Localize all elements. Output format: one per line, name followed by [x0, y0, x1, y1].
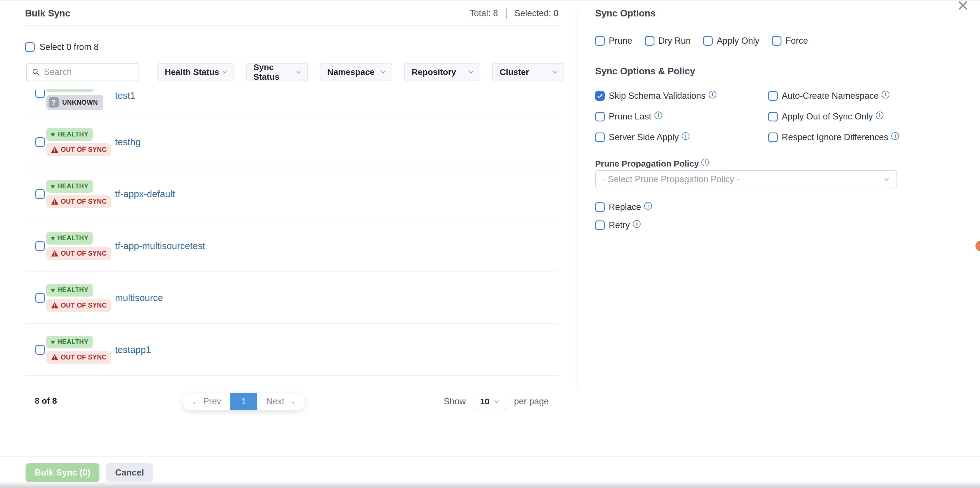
search-icon — [32, 68, 40, 77]
sync-options-row: Prune Dry Run Apply Only Force — [595, 36, 808, 46]
filter-repository[interactable]: Repository — [404, 63, 480, 81]
sync-policy-grid: Skip Schema Validations i Auto-Create Na… — [595, 91, 916, 143]
respect-ignore-differences-checkbox[interactable] — [768, 133, 778, 142]
option-prune-last: Prune Last i — [595, 111, 768, 122]
info-icon[interactable]: i — [633, 220, 641, 228]
left-arrow-icon: ← — [191, 396, 200, 407]
info-icon[interactable]: i — [709, 91, 716, 98]
info-icon[interactable]: i — [891, 132, 899, 140]
prune-checkbox[interactable] — [595, 36, 605, 46]
per-page-select[interactable]: 10 — [473, 393, 508, 410]
info-icon[interactable]: i — [882, 91, 889, 98]
retry-checkbox[interactable] — [595, 220, 605, 230]
prev-page-button[interactable]: ← Prev — [182, 393, 231, 410]
application-list: ? UNKNOWN test1 ♥ HEALTHY OUT OF SYNC te… — [25, 87, 558, 376]
info-icon[interactable]: i — [654, 111, 662, 119]
filter-sync-status[interactable]: Sync Status — [246, 63, 308, 81]
filter-namespace[interactable]: Namespace — [320, 63, 392, 81]
info-icon[interactable]: i — [644, 202, 652, 210]
chevron-down-icon — [296, 69, 302, 75]
select-all-row: Select 0 from 8 — [25, 42, 99, 52]
app-link[interactable]: test1 — [115, 90, 135, 101]
chat-widget-dot[interactable] — [975, 241, 980, 251]
heart-icon: ♥ — [51, 183, 55, 190]
apply-only-checkbox[interactable] — [703, 36, 713, 46]
row-checkbox[interactable] — [35, 241, 45, 251]
list-item: ♥ HEALTHY OUT OF SYNC testhg — [25, 116, 558, 168]
chevron-down-icon — [493, 398, 500, 405]
question-icon: ? — [49, 97, 59, 108]
warning-icon — [51, 146, 59, 153]
warning-icon — [51, 354, 59, 361]
chevron-down-icon — [883, 176, 890, 182]
heart-icon: ♥ — [51, 235, 55, 242]
app-link[interactable]: tf-appx-default — [115, 189, 175, 200]
right-arrow-icon: → — [287, 396, 296, 407]
prune-propagation-policy-label-row: Prune Propagation Policy i — [595, 159, 709, 168]
selected-count: Selected: 0 — [514, 8, 558, 19]
prune-propagation-policy-select[interactable]: - Select Prune Propagation Policy - — [595, 170, 897, 189]
app-link[interactable]: tf-app-multisourcetest — [115, 241, 205, 251]
modal-top-edge — [0, 0, 980, 0]
list-item: ♥ HEALTHY OUT OF SYNC tf-app-multisource… — [25, 220, 558, 272]
sync-status-badge: OUT OF SYNC — [46, 351, 111, 364]
chevron-down-icon — [380, 69, 386, 75]
warning-icon — [51, 302, 59, 309]
row-checkbox[interactable] — [35, 345, 45, 355]
list-item: ♥ HEALTHY OUT OF SYNC testapp1 — [25, 324, 558, 376]
current-page-button[interactable]: 1 — [231, 393, 257, 410]
list-item: ♥ HEALTHY OUT OF SYNC tf-appx-default — [25, 168, 558, 220]
row-checkbox[interactable] — [35, 293, 45, 303]
show-label: Show — [444, 396, 466, 407]
warning-icon — [51, 250, 59, 257]
bulk-sync-button[interactable]: Bulk Sync (0) — [25, 463, 99, 482]
chevron-down-icon — [468, 69, 474, 75]
skip-schema-validations-checkbox[interactable] — [595, 91, 605, 101]
next-page-button[interactable]: Next → — [257, 393, 305, 410]
info-icon[interactable]: i — [702, 158, 709, 166]
filter-health-status[interactable]: Health Status — [158, 63, 234, 81]
app-link[interactable]: testhg — [115, 137, 141, 147]
bulk-sync-header: Bulk Sync Total: 8 Selected: 0 — [25, 8, 558, 25]
option-apply-out-of-sync-only: Apply Out of Sync Only i — [768, 111, 916, 122]
auto-create-namespace-checkbox[interactable] — [768, 91, 778, 101]
option-dry-run: Dry Run — [645, 36, 691, 46]
cancel-button[interactable]: Cancel — [106, 463, 153, 482]
info-icon[interactable]: i — [876, 111, 883, 119]
filter-cluster[interactable]: Cluster — [492, 63, 564, 81]
select-all-label: Select 0 from 8 — [40, 42, 99, 52]
option-force: Force — [772, 36, 808, 46]
pagination-bar: 8 of 8 ← Prev 1 Next → Show 10 per page — [25, 391, 558, 410]
per-page-control: Show 10 per page — [444, 393, 549, 410]
info-icon[interactable]: i — [682, 132, 689, 140]
panel-divider — [577, 10, 578, 389]
health-status-badge: ♥ HEALTHY — [46, 128, 93, 141]
server-side-apply-checkbox[interactable] — [595, 133, 605, 142]
health-status-badge: ♥ HEALTHY — [46, 180, 93, 193]
totals-separator — [506, 8, 506, 19]
filter-bar: Health Status Sync Status Namespace Repo… — [158, 63, 564, 81]
close-icon[interactable]: ✕ — [957, 0, 969, 14]
force-checkbox[interactable] — [772, 36, 781, 46]
app-link[interactable]: multisource — [115, 293, 163, 303]
pager: ← Prev 1 Next → — [182, 393, 305, 410]
chevron-down-icon — [552, 69, 558, 75]
row-checkbox[interactable] — [35, 189, 45, 199]
replace-checkbox[interactable] — [595, 202, 605, 212]
prune-last-checkbox[interactable] — [595, 112, 605, 122]
option-skip-schema-validations: Skip Schema Validations i — [595, 91, 768, 101]
app-link[interactable]: testapp1 — [115, 344, 151, 355]
select-all-checkbox[interactable] — [25, 42, 35, 52]
health-badge-clipped — [46, 89, 94, 92]
row-checkbox[interactable] — [35, 90, 45, 98]
search-input[interactable] — [44, 67, 134, 77]
sync-status-badge: OUT OF SYNC — [46, 247, 111, 260]
dry-run-checkbox[interactable] — [645, 36, 654, 46]
row-checkbox[interactable] — [35, 137, 45, 147]
sync-status-badge: OUT OF SYNC — [46, 299, 111, 312]
apply-out-of-sync-only-checkbox[interactable] — [768, 112, 778, 122]
footer: Bulk Sync (0) Cancel — [0, 456, 980, 482]
list-item: ♥ HEALTHY OUT OF SYNC multisource — [25, 272, 558, 324]
page-summary: 8 of 8 — [35, 391, 57, 410]
health-status-badge: ♥ HEALTHY — [46, 232, 93, 244]
